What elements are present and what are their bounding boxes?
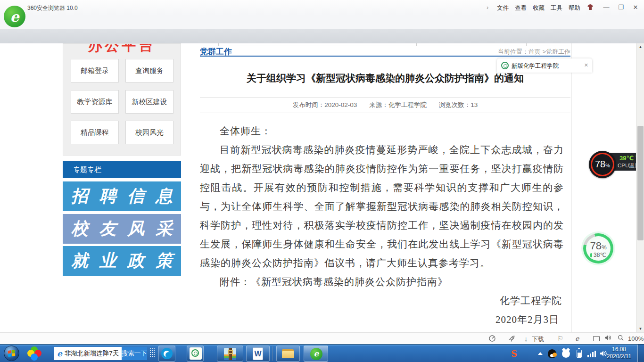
section-divider [200, 56, 570, 57]
memory-temp-value: 38℃ [594, 252, 606, 258]
word-taskbar-button[interactable]: W [246, 346, 270, 362]
banner-recruitment[interactable]: 招聘信息 [63, 181, 181, 211]
page-scrollbar[interactable]: ▲ ▼ [636, 43, 644, 332]
tab-close-icon[interactable]: ✕ [584, 62, 588, 68]
explorer-taskbar-button[interactable] [276, 346, 300, 362]
sidebar-button-campus[interactable]: 新校区建设 [125, 90, 173, 114]
skin-icon[interactable] [586, 4, 594, 13]
special-column-header: 专题专栏 [63, 161, 181, 178]
speed-gauge-icon[interactable] [488, 335, 496, 344]
tab-bar: ▎❯ 360导航_一个主页，整个世 ✕ 河南应用技术职业学院官网_ ✕ 河南应用… [0, 29, 644, 43]
screen: 360安全浏览器 10.0 › 文件 查看 收藏 工具 帮助 — ❐ ✕ ← ⌂… [0, 0, 644, 362]
windows-flag-icon [8, 350, 16, 357]
web-page: 办公平台 邮箱登录 查询服务 教学资源库 新校区建设 精品课程 校园风光 专题专… [0, 43, 644, 332]
article-meta: 发布时间：2020-02-03 来源：化学工程学院 浏览次数：13 [200, 97, 570, 113]
scroll-down-icon[interactable]: ▼ [636, 325, 644, 332]
word-icon: W [253, 347, 263, 360]
school-app-taskbar-button[interactable] [187, 346, 204, 362]
article-signature: 化学工程学院 [200, 291, 564, 310]
taskbar-search-more-icon[interactable] [150, 348, 156, 359]
sidebar-button-resources[interactable]: 教学资源库 [71, 90, 119, 114]
browser-toolbar: ← ⌂ ☆ ✕ http://www.havct.edu.cn/sites/xb… [0, 15, 644, 29]
battery-tray-icon[interactable] [577, 350, 582, 358]
sidebar-button-mail[interactable]: 邮箱登录 [71, 59, 119, 82]
maximize-button[interactable]: ❐ [614, 2, 627, 13]
taskbar-clock[interactable]: 16:08 2020/2/11 [605, 346, 633, 360]
clock-time: 16:08 [605, 346, 633, 353]
office-platform-panel: 办公平台 邮箱登录 查询服务 教学资源库 新校区建设 精品课程 校园风光 [63, 43, 181, 156]
content-right-border [571, 43, 572, 332]
browser-taskbar-button[interactable]: e [304, 346, 328, 362]
tab-chem-school-active[interactable]: 新版化学工程学院 ✕ [497, 58, 592, 73]
cpu-usage-ball[interactable]: 78% [589, 151, 616, 178]
banner-alumni[interactable]: 校友风采 [63, 214, 181, 244]
article-salutation: 全体师生： [200, 122, 564, 140]
taskbar-search-text[interactable]: 非湖北新增连降7天 [65, 349, 119, 358]
network-signal-icon[interactable] [587, 350, 597, 357]
winrar-icon [224, 348, 236, 360]
article-title: 关于组织学习《新型冠状病毒感染的肺炎公众防护指南》的通知 [200, 72, 570, 85]
article-paragraph: 目前新型冠状病毒感染的肺炎疫情蔓延形势严峻，全院上下众志成城，奋力迎战，把新型冠… [200, 140, 564, 272]
meta-publish-time: 发布时间：2020-02-03 [293, 101, 357, 109]
sogou-input-icon[interactable]: S [511, 349, 517, 359]
sidebar-button-scenery[interactable]: 校园风光 [125, 121, 173, 144]
school-emblem-icon [190, 347, 202, 360]
site-nav-remnant [200, 46, 570, 46]
banner-employment[interactable]: 就业政策 [63, 246, 181, 276]
breadcrumb[interactable]: 当前位置：首页 >党群工作 [498, 48, 570, 56]
menu-help[interactable]: 帮助 [569, 4, 580, 12]
sidebar-button-query[interactable]: 查询服务 [125, 59, 173, 82]
scroll-up-icon[interactable]: ▲ [636, 43, 644, 50]
meta-source: 来源：化学工程学院 [369, 101, 427, 109]
minimize-button[interactable]: — [600, 2, 613, 13]
cpu-temp-value: 39℃ [619, 155, 634, 162]
zoom-level[interactable]: 100% [628, 335, 644, 342]
start-button[interactable] [4, 346, 19, 361]
taskbar-separator [272, 346, 273, 361]
cat-tray-icon[interactable] [562, 350, 570, 358]
close-button[interactable]: ✕ [629, 2, 642, 13]
article-date: 2020年2月3日 [200, 310, 564, 329]
360-safeguard-icon[interactable] [27, 346, 41, 361]
menu-tools[interactable]: 工具 [551, 4, 562, 12]
memory-percent: 78 [590, 240, 601, 252]
dingtalk-taskbar-button[interactable] [158, 346, 175, 362]
winrar-taskbar-button[interactable] [217, 346, 243, 362]
rocket-boost-icon[interactable] [508, 335, 516, 344]
tab-favicon-emblem [501, 62, 509, 69]
window-title: 360安全浏览器 10.0 [27, 4, 78, 12]
flag-report-icon[interactable]: ⚐ [557, 335, 563, 342]
download-arrow-icon[interactable]: ↓ [524, 335, 528, 343]
menu-favorites[interactable]: 收藏 [533, 4, 545, 12]
browser-titlebar: 360安全浏览器 10.0 › 文件 查看 收藏 工具 帮助 — ❐ ✕ [0, 0, 644, 15]
scrollbar-thumb[interactable] [637, 126, 644, 240]
zoom-search-icon[interactable] [618, 335, 624, 343]
cpu-percent: 78 [595, 159, 605, 169]
memory-usage-ball[interactable]: 78% 38℃ [583, 233, 613, 263]
360-browser-icon: e [310, 348, 322, 360]
menu-view[interactable]: 查看 [515, 4, 527, 12]
taskbar-search-button[interactable]: 搜索一下 [122, 347, 147, 360]
sidebar-button-courses[interactable]: 精品课程 [71, 121, 119, 144]
office-platform-title: 办公平台 [63, 43, 181, 56]
browser-logo-icon: e [4, 6, 25, 27]
download-label[interactable]: 下载 [532, 335, 544, 344]
windows-taskbar: e 非湖北新增连降7天 搜索一下 W e S [0, 344, 644, 362]
tray-expand-icon[interactable] [538, 352, 543, 355]
show-desktop-button[interactable] [637, 345, 644, 362]
ie-compat-icon[interactable]: e [575, 335, 579, 342]
browser-e-icon: e [57, 349, 62, 358]
mute-speaker-icon[interactable] [604, 335, 611, 342]
article-attachment[interactable]: 附件：《新型冠状病毒感染的肺炎公众防护指南》 [200, 272, 564, 291]
menu-expand-icon[interactable]: › [487, 4, 488, 11]
reading-mode-icon[interactable] [593, 336, 600, 341]
dingtalk-icon [161, 348, 173, 359]
clock-date: 2020/2/11 [605, 353, 633, 360]
menu-file[interactable]: 文件 [497, 4, 509, 12]
meta-views: 浏览次数：13 [439, 101, 478, 109]
browser-statusbar: ↓ 下载 ⚐ e 100% [0, 332, 644, 344]
thermometer-icon [590, 253, 592, 257]
taskbar-search-box[interactable]: e 非湖北新增连降7天 [54, 347, 122, 360]
qq-tray-icon[interactable] [548, 349, 556, 358]
